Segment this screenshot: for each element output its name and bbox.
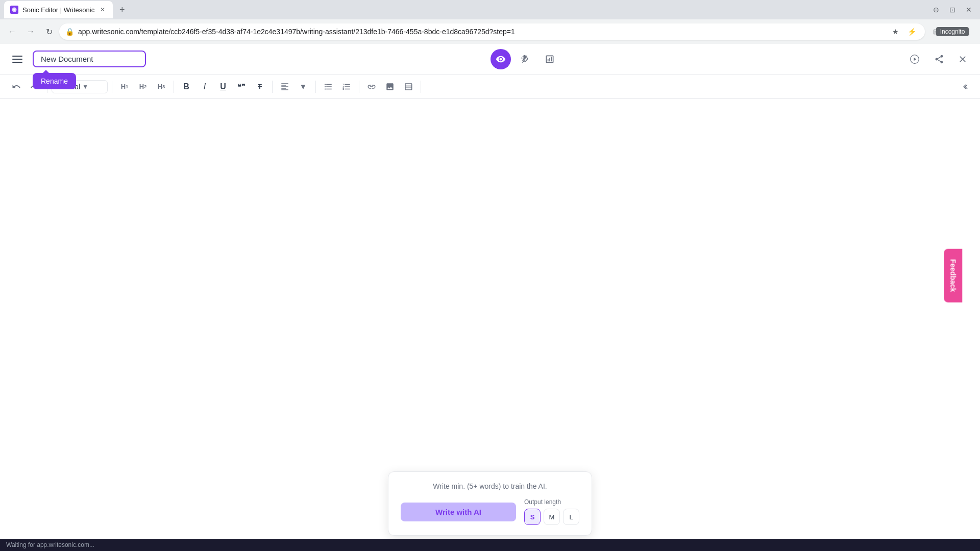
rename-tooltip[interactable]: Rename [33,73,76,89]
browser-chrome: Sonic Editor | Writesonic ✕ + ⊖ ⊡ ✕ ← → … [0,0,980,44]
window-controls: ⊖ ⊡ ✕ [929,3,976,17]
toolbar-divider-6 [359,81,359,93]
align-dropdown-btn[interactable]: ▼ [295,79,311,95]
underline-btn[interactable]: U [215,79,231,95]
window-close-btn[interactable]: ✕ [962,3,976,17]
align-left-btn[interactable] [277,79,293,95]
tab-favicon [10,6,18,14]
feedback-btn[interactable]: Feedback [944,249,963,303]
toolbar-divider-4 [272,81,273,93]
document-title-input[interactable] [33,51,146,67]
link-btn[interactable] [363,79,380,95]
toolbar-divider-5 [315,81,316,93]
svg-rect-2 [12,59,22,60]
new-tab-button[interactable]: + [115,3,129,17]
menu-btn[interactable]: ⋮ [962,24,976,39]
share-btn[interactable] [929,49,949,69]
url-text: app.writesonic.com/template/ccb246f5-ef3… [78,28,884,36]
play-btn[interactable] [904,49,925,69]
window-maximize-btn[interactable]: ⊡ [945,3,960,17]
tab-close-btn[interactable]: ✕ [99,6,107,14]
address-bar-actions: ★ ⚡ [888,24,919,39]
h1-btn[interactable]: H1 [116,79,133,95]
editor-area[interactable]: Write min. (5+ words) to train the AI. W… [0,99,980,551]
extension-btn[interactable]: ⚡ [904,24,919,39]
window-minimize-btn[interactable]: ⊖ [929,3,943,17]
lock-icon: 🔒 [65,28,74,36]
bold-btn[interactable]: B [178,79,194,95]
profile-btn[interactable]: Incognito [945,24,960,39]
table-btn[interactable] [400,79,416,95]
header-center-actions [491,49,560,69]
close-btn[interactable] [953,50,972,68]
write-ai-btn[interactable]: Write with AI [401,503,516,521]
quote-btn[interactable]: ❝❞ [233,79,250,95]
tab-bar: Sonic Editor | Writesonic ✕ + ⊖ ⊡ ✕ [0,0,980,19]
reload-button[interactable]: ↻ [41,23,57,40]
h2-btn[interactable]: H2 [135,79,151,95]
app-header: Rename [0,44,980,74]
preview-btn[interactable] [491,49,511,69]
sidebar-toggle-btn[interactable] [8,50,27,68]
address-bar[interactable]: 🔒 app.writesonic.com/template/ccb246f5-e… [59,23,925,40]
browser-actions: ⊞ Incognito ⋮ [929,24,976,39]
tab-title: Sonic Editor | Writesonic [22,6,94,14]
toolbar: Normal ▼ H1 H2 H3 B I U ❝❞ T ▼ [0,74,980,99]
length-l-btn[interactable]: L [563,509,579,525]
italic-btn[interactable]: I [197,79,213,95]
ai-panel: Write min. (5+ words) to train the AI. W… [388,471,592,536]
image-btn[interactable] [382,79,398,95]
toolbar-divider-3 [174,81,174,93]
ai-hint-text: Write min. (5+ words) to train the AI. [401,482,579,490]
forward-button[interactable]: → [22,23,39,40]
bookmark-btn[interactable]: ★ [888,24,902,39]
output-length-section: Output length S M L [524,498,579,525]
h3-btn[interactable]: H3 [153,79,169,95]
app-container: Rename [0,44,980,551]
output-length-label: Output length [524,498,579,506]
toolbar-divider-7 [421,81,421,93]
rocket-btn[interactable] [515,49,535,69]
toolbar-divider-2 [112,81,112,93]
back-button[interactable]: ← [4,23,20,40]
numbered-list-btn[interactable] [338,79,355,95]
active-tab[interactable]: Sonic Editor | Writesonic ✕ [4,1,113,18]
length-options: S M L [524,509,579,525]
undo-btn[interactable] [8,79,24,95]
status-bar: Waiting for app.writesonic.com... [0,539,980,551]
bullet-list-btn[interactable] [320,79,336,95]
svg-rect-3 [12,62,22,63]
document-title-area: Rename [33,51,146,67]
strikethrough-btn[interactable]: T [252,79,268,95]
header-right-actions [904,49,972,69]
style-select-arrow: ▼ [82,83,88,90]
collapse-toolbar-btn[interactable] [958,80,972,94]
length-s-btn[interactable]: S [524,509,541,525]
svg-rect-1 [12,56,22,57]
svg-marker-5 [914,57,916,61]
length-m-btn[interactable]: M [544,509,560,525]
address-bar-row: ← → ↻ 🔒 app.writesonic.com/template/ccb2… [0,19,980,44]
status-text: Waiting for app.writesonic.com... [6,541,94,548]
presentation-btn[interactable] [540,49,560,69]
ai-panel-bottom: Write with AI Output length S M L [401,498,579,525]
